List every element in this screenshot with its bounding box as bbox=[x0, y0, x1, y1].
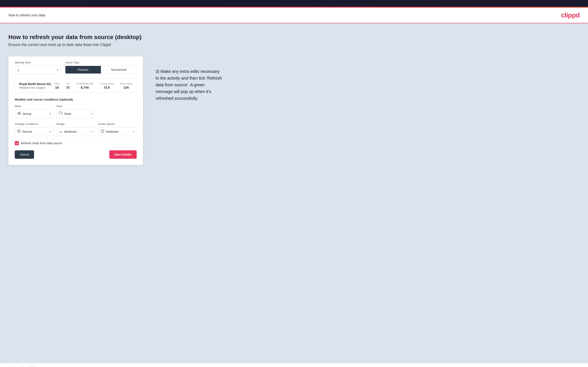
cancel-button[interactable]: Cancel bbox=[15, 150, 34, 159]
content-area: How to refresh your data from source (de… bbox=[0, 23, 588, 363]
green-speed-col: Green Speed Moderate Slow bbox=[98, 122, 137, 136]
rain-col: Rain None bbox=[57, 105, 95, 118]
course-details: Royal North Devon GC, Westward Hol, Engl… bbox=[19, 82, 52, 89]
course-info-box: Royal North Devon GC, Westward Hol, Engl… bbox=[15, 79, 137, 93]
stat-holes: Holes 18 bbox=[54, 82, 60, 89]
action-row: Cancel Save Details bbox=[15, 150, 137, 159]
course-stats: Holes 18 Par 72 Yards/White (M)) 6,744 C… bbox=[54, 82, 132, 89]
refresh-checkbox[interactable] bbox=[15, 141, 19, 145]
form-card: Starting Hole 1 ▾ Game Type Practice Tou… bbox=[9, 55, 143, 165]
tournament-button[interactable]: Tournament bbox=[101, 66, 137, 74]
course-name: Royal North Devon GC, bbox=[19, 82, 52, 86]
slope-rating-value: 134 bbox=[120, 86, 132, 89]
wind-icon bbox=[17, 111, 21, 116]
sidebar: 3) Make any extra edits necessary to the… bbox=[156, 55, 223, 102]
page-subtitle: Ensure the correct and most up to date d… bbox=[9, 43, 579, 47]
green-speed-label: Green Speed bbox=[98, 122, 137, 125]
rough-select[interactable]: Moderate Light Heavy bbox=[64, 130, 93, 133]
conditions-section: Weather and course conditions (optional)… bbox=[15, 98, 137, 136]
holes-label: Holes bbox=[54, 82, 60, 85]
fairway-select[interactable]: Normal Firm Soft bbox=[23, 130, 51, 133]
wind-label: Wind bbox=[15, 105, 53, 108]
refresh-checkbox-row: Refresh shots from data source bbox=[15, 141, 137, 145]
top-bar bbox=[0, 0, 588, 7]
logo: clippd bbox=[561, 11, 579, 19]
wind-rain-row: Wind Strong Light None bbox=[15, 105, 137, 118]
rough-icon bbox=[59, 129, 63, 134]
par-label: Par bbox=[66, 82, 70, 85]
wind-col: Wind Strong Light None bbox=[15, 105, 53, 118]
holes-value: 18 bbox=[54, 86, 60, 89]
rough-select-wrapper[interactable]: Moderate Light Heavy ▾ bbox=[57, 127, 95, 136]
header: How to refresh your data clippd bbox=[0, 8, 588, 23]
conditions-title: Weather and course conditions (optional) bbox=[15, 98, 137, 101]
practice-button[interactable]: Practice bbox=[65, 66, 101, 74]
stat-course-rating: Course rating 72.5 bbox=[100, 82, 113, 89]
refresh-label: Refresh shots from data source bbox=[21, 142, 62, 145]
yards-label: Yards/White (M)) bbox=[76, 82, 93, 85]
save-button[interactable]: Save Details bbox=[109, 150, 137, 159]
game-type-label: Game Type bbox=[65, 61, 137, 64]
rough-label: Rough bbox=[57, 122, 95, 125]
starting-hole-select-wrapper[interactable]: 1 ▾ bbox=[15, 66, 61, 75]
hole-gametype-row: Starting Hole 1 ▾ Game Type Practice Tou… bbox=[15, 61, 137, 75]
green-speed-select-wrapper[interactable]: Moderate Slow Fast ▾ bbox=[98, 127, 137, 136]
green-speed-icon bbox=[101, 129, 104, 134]
wind-select-wrapper[interactable]: Strong Light None ▾ bbox=[15, 109, 53, 118]
card-stripe bbox=[9, 55, 143, 57]
yards-value: 6,744 bbox=[76, 86, 93, 89]
rain-select-wrapper[interactable]: None Light Heavy ▾ bbox=[57, 109, 95, 118]
rough-col: Rough Moderate Light Heavy bbox=[57, 122, 95, 136]
course-rating-value: 72.5 bbox=[100, 86, 113, 89]
wind-select[interactable]: Strong Light None bbox=[23, 112, 51, 116]
fairway-select-wrapper[interactable]: Normal Firm Soft ▾ bbox=[15, 127, 53, 136]
page-title: How to refresh your data from source (de… bbox=[9, 34, 579, 41]
rain-icon bbox=[59, 111, 63, 116]
game-type-toggle: Practice Tournament bbox=[65, 66, 137, 74]
course-rating-label: Course rating bbox=[100, 82, 113, 85]
stat-par: Par 72 bbox=[66, 82, 70, 89]
par-value: 72 bbox=[66, 86, 70, 89]
sidebar-description: 3) Make any extra edits necessary to the… bbox=[156, 68, 223, 102]
starting-hole-label: Starting Hole bbox=[15, 61, 61, 64]
stat-yards: Yards/White (M)) 6,744 bbox=[76, 82, 93, 89]
footer: Copyright Clippd 2022 bbox=[0, 363, 588, 367]
rain-select[interactable]: None Light Heavy bbox=[64, 112, 93, 116]
starting-hole-select[interactable]: 1 bbox=[17, 68, 58, 72]
breadcrumb: How to refresh your data bbox=[9, 13, 45, 17]
copyright: Copyright Clippd 2022 bbox=[9, 366, 35, 367]
stat-slope-rating: Slope rating 134 bbox=[120, 82, 132, 89]
fairway-col: Fairway Conditions Normal Firm bbox=[15, 122, 53, 136]
green-speed-select[interactable]: Moderate Slow Fast bbox=[106, 130, 134, 133]
starting-hole-col: Starting Hole 1 ▾ bbox=[15, 61, 61, 75]
course-location: Westward Hol, England bbox=[19, 86, 52, 89]
fairway-icon bbox=[17, 129, 21, 134]
game-type-col: Game Type Practice Tournament bbox=[65, 61, 137, 75]
rain-label: Rain bbox=[57, 105, 95, 108]
conditions-row-2: Fairway Conditions Normal Firm bbox=[15, 122, 137, 136]
slope-rating-label: Slope rating bbox=[120, 82, 132, 85]
fairway-label: Fairway Conditions bbox=[15, 122, 53, 125]
